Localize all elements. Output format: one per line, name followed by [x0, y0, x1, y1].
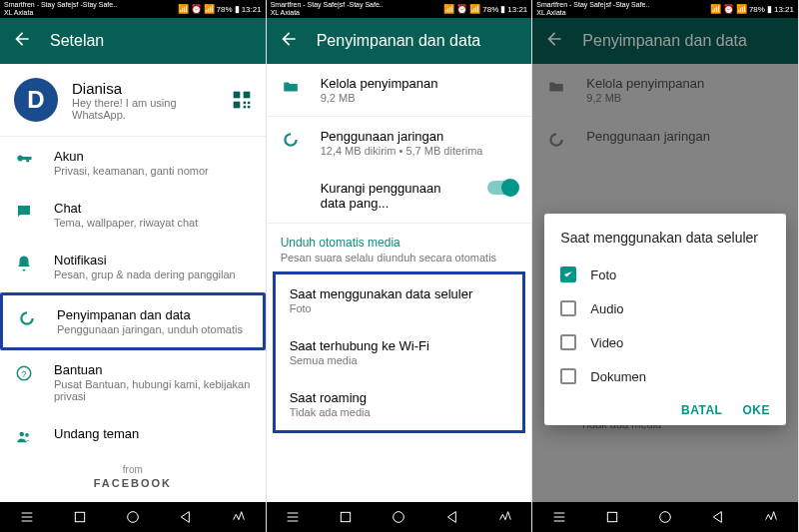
nav-recent-icon[interactable] [338, 509, 354, 525]
svg-point-10 [25, 433, 29, 437]
item-notifications[interactable]: NotifikasiPesan, grup & nada dering pang… [0, 241, 266, 292]
item-network-usage[interactable]: Penggunaan jaringan12,4 MB dikirim • 5,7… [267, 117, 532, 169]
phone-settings: Smartfren - Stay Safe|sf -Stay Safe.. XL… [0, 0, 267, 532]
status-bar: Smartfren - Stay Safe|sf -Stay Safe..XL … [267, 0, 532, 18]
checkbox-icon[interactable] [560, 300, 576, 316]
nav-menu-icon[interactable] [19, 509, 35, 525]
app-bar: Penyimpanan dan data [267, 18, 532, 64]
nav-back-icon[interactable] [710, 509, 726, 525]
battery-icon: ▮ [235, 4, 240, 14]
nav-voice-icon[interactable] [763, 509, 779, 525]
svg-rect-1 [243, 92, 250, 99]
toggle-switch[interactable] [487, 181, 517, 195]
phone-storage-data: Smartfren - Stay Safe|sf -Stay Safe..XL … [267, 0, 533, 532]
status-bar: Smartfren - Stay Safe|sf -Stay Safe..XL … [532, 0, 798, 18]
help-icon: ? [14, 362, 34, 382]
item-storage-data[interactable]: Penyimpanan dan dataPenggunaan jaringan,… [0, 292, 266, 350]
highlighted-autodownload-box: Saat menggunakan data selulerFoto Saat t… [273, 271, 526, 433]
svg-text:?: ? [21, 369, 26, 379]
status-bar: Smartfren - Stay Safe|sf -Stay Safe.. XL… [0, 0, 266, 18]
nav-menu-icon[interactable] [285, 509, 301, 525]
nav-recent-icon[interactable] [72, 509, 88, 525]
media-autodownload-dialog: Saat menggunakan data seluler Foto Audio… [544, 214, 786, 425]
svg-rect-5 [243, 106, 246, 109]
facebook-label: FACEBOOK [0, 477, 266, 489]
dialog-title: Saat menggunakan data seluler [560, 230, 770, 246]
nav-back-icon[interactable] [178, 509, 194, 525]
item-reduce-data[interactable]: Kurangi penggunaan data pang... [267, 169, 532, 223]
svg-point-16 [660, 512, 671, 523]
svg-rect-0 [233, 92, 240, 99]
people-icon [14, 426, 34, 446]
nav-recent-icon[interactable] [604, 509, 620, 525]
item-wifi[interactable]: Saat terhubung ke Wi-FiSemua media [276, 326, 523, 378]
android-navbar [0, 502, 266, 532]
svg-rect-2 [233, 102, 240, 109]
svg-rect-11 [75, 512, 84, 521]
page-title: Setelan [50, 32, 104, 50]
nav-menu-icon[interactable] [551, 509, 567, 525]
nav-back-icon[interactable] [444, 509, 460, 525]
signal-icon: 📶 [204, 4, 215, 14]
svg-rect-6 [247, 106, 250, 109]
bell-icon [14, 253, 34, 272]
avatar: D [14, 78, 58, 122]
app-bar: Penyimpanan dan data [532, 18, 798, 64]
profile-name: Dianisa [72, 80, 218, 97]
svg-rect-4 [247, 102, 250, 105]
back-icon[interactable] [279, 29, 299, 53]
nav-home-icon[interactable] [391, 509, 406, 525]
item-account[interactable]: AkunPrivasi, keamanan, ganti nomor [0, 137, 266, 189]
data-usage-icon [17, 307, 37, 327]
option-dokumen[interactable]: Dokumen [560, 359, 770, 393]
section-auto-download-sub: Pesan suara selalu diunduh secara otomat… [267, 252, 532, 271]
ok-button[interactable]: OKE [742, 403, 770, 417]
svg-point-14 [394, 512, 404, 523]
checkbox-icon[interactable] [560, 334, 576, 350]
nav-voice-icon[interactable] [231, 509, 247, 525]
key-icon [14, 149, 34, 169]
svg-rect-13 [342, 512, 351, 521]
option-video[interactable]: Video [560, 325, 770, 359]
cancel-button[interactable]: BATAL [681, 403, 722, 417]
svg-rect-15 [607, 512, 616, 521]
back-icon[interactable] [12, 29, 32, 53]
item-help[interactable]: ? BantuanPusat Bantuan, hubungi kami, ke… [0, 350, 266, 414]
volte-icon: 📶 [178, 4, 189, 14]
alarm-icon: ⏰ [191, 4, 202, 14]
page-title: Penyimpanan dan data [582, 32, 747, 50]
checkbox-checked-icon[interactable] [560, 266, 576, 282]
nav-home-icon[interactable] [125, 509, 141, 525]
back-icon[interactable] [544, 29, 564, 53]
svg-point-9 [20, 432, 25, 437]
page-title: Penyimpanan dan data [317, 32, 481, 50]
section-auto-download: Unduh otomatis media [267, 224, 532, 252]
option-audio[interactable]: Audio [560, 291, 770, 325]
item-invite[interactable]: Undang teman [0, 414, 266, 458]
item-chat[interactable]: ChatTema, wallpaper, riwayat chat [0, 189, 266, 241]
item-cellular[interactable]: Saat menggunakan data selulerFoto [276, 274, 523, 326]
app-bar: Setelan [0, 18, 266, 64]
android-navbar [267, 502, 532, 532]
svg-point-12 [127, 512, 138, 523]
android-navbar [532, 502, 798, 532]
item-manage-storage[interactable]: Kelola penyimpanan9,2 MB [267, 64, 532, 116]
data-usage-icon [281, 129, 301, 149]
nav-voice-icon[interactable] [497, 509, 513, 525]
from-label: from [0, 464, 266, 475]
nav-home-icon[interactable] [657, 509, 673, 525]
item-roaming[interactable]: Saat roamingTidak ada media [276, 378, 523, 430]
qr-icon[interactable] [232, 90, 252, 110]
chat-icon [14, 201, 34, 221]
folder-icon [281, 76, 301, 96]
profile-row[interactable]: D Dianisa Hey there! I am using WhatsApp… [0, 64, 266, 136]
profile-status: Hey there! I am using WhatsApp. [72, 97, 218, 121]
svg-rect-3 [243, 102, 246, 105]
option-foto[interactable]: Foto [560, 258, 770, 291]
checkbox-icon[interactable] [560, 368, 576, 384]
phone-dialog: Smartfren - Stay Safe|sf -Stay Safe..XL … [532, 0, 799, 532]
